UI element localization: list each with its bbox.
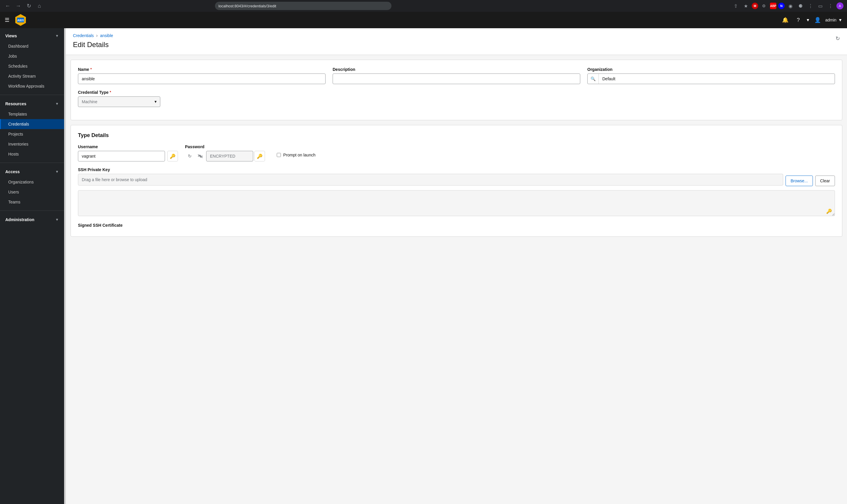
credential-type-select[interactable]: Machine Source Control Vault [78, 96, 160, 107]
username-key-button[interactable]: 🔑 [167, 151, 178, 161]
access-chevron-icon: ▼ [55, 170, 59, 174]
hamburger-button[interactable]: ☰ [5, 17, 10, 23]
signed-cert-label: Signed SSH Certificate [78, 223, 835, 228]
administration-section-header[interactable]: Administration ▼ [0, 214, 64, 225]
ssh-key-textarea[interactable] [78, 190, 835, 216]
sidebar-divider-2 [0, 163, 64, 163]
organization-field: 🔍 Default [587, 73, 835, 84]
sidebar-item-organizations[interactable]: Organizations [0, 177, 64, 187]
extension-icon-2[interactable]: ⚙ [760, 2, 768, 10]
views-chevron-icon: ▼ [55, 34, 59, 38]
bookmark-icon[interactable]: ★ [742, 2, 750, 10]
type-details-row-1: Username 🔑 Password ↻ [78, 144, 835, 161]
username-input[interactable] [78, 151, 165, 161]
username-label: Username [78, 144, 178, 149]
help-button[interactable]: ? [793, 15, 804, 25]
prompt-on-launch-checkbox[interactable] [277, 153, 281, 157]
sidebar-divider-1 [0, 95, 64, 95]
menu-icon[interactable]: ⋮ [806, 2, 815, 10]
address-bar[interactable]: localhost:8043/#/credentials/3/edit [215, 2, 392, 10]
access-section: Access ▼ Organizations Users Teams [0, 164, 64, 209]
sidebar-item-hosts[interactable]: Hosts [0, 149, 64, 159]
forward-button[interactable]: → [14, 2, 22, 10]
prompt-on-launch-label: Prompt on launch [283, 152, 316, 157]
access-section-header[interactable]: Access ▼ [0, 166, 64, 177]
password-visibility-button[interactable] [196, 151, 205, 161]
name-group: Name * [78, 67, 326, 84]
sidebar-item-teams[interactable]: Teams [0, 197, 64, 207]
sidebar: Views ▼ Dashboard Jobs Schedules Activit… [0, 28, 64, 504]
breadcrumb-current-link[interactable]: ansible [100, 33, 113, 38]
sidebar-item-workflow-approvals[interactable]: Workflow Approvals [0, 81, 64, 91]
avatar-icon[interactable]: A [836, 2, 844, 10]
sidebar-toggle-icon[interactable]: ▭ [816, 2, 825, 10]
ssh-key-upload-row: Drag a file here or browse to upload Bro… [78, 174, 835, 188]
share-icon[interactable]: ⇧ [732, 2, 740, 10]
ssh-key-dropzone[interactable]: Drag a file here or browse to upload [78, 174, 783, 185]
breadcrumb-separator: › [96, 33, 98, 38]
credential-type-select-wrapper: Machine Source Control Vault ▼ [78, 96, 160, 107]
signed-cert-group: Signed SSH Certificate [78, 223, 835, 228]
credential-type-label: Credential Type * [78, 90, 160, 95]
organization-search-button[interactable]: 🔍 [588, 74, 599, 84]
sidebar-item-inventories[interactable]: Inventories [0, 139, 64, 149]
notification-button[interactable]: 🔔 [780, 15, 791, 25]
ssh-key-placeholder: Drag a file here or browse to upload [82, 177, 779, 182]
extension-icon-4[interactable]: ◉ [787, 2, 795, 10]
clear-button[interactable]: Clear [815, 176, 835, 186]
browse-button[interactable]: Browse... [786, 176, 813, 186]
user-icon-button[interactable]: 👤 [812, 15, 823, 25]
sidebar-item-activity-stream[interactable]: Activity Stream [0, 71, 64, 81]
reload-button[interactable]: ↻ [25, 2, 33, 10]
administration-section-label: Administration [5, 217, 34, 222]
name-input[interactable] [78, 73, 326, 84]
home-button[interactable]: ⌂ [35, 2, 43, 10]
sidebar-item-dashboard[interactable]: Dashboard [0, 41, 64, 51]
content-area: Credentials › ansible Edit Details ↻ Nam… [66, 28, 847, 504]
resources-section: Resources ▼ Templates Credentials Projec… [0, 96, 64, 161]
browser-menu-icon[interactable]: ⋮ [826, 2, 835, 10]
password-group: Password ↻ 🔑 [185, 144, 265, 161]
description-label: Description [332, 67, 580, 72]
extension-icon-abp[interactable]: ABP [770, 3, 776, 9]
description-input[interactable] [332, 73, 580, 84]
name-label: Name * [78, 67, 326, 72]
name-required-star: * [90, 67, 92, 71]
breadcrumb-credentials-link[interactable]: Credentials [73, 33, 94, 38]
back-button[interactable]: ← [3, 2, 12, 10]
extension-icon-1[interactable]: M [752, 3, 758, 9]
sidebar-item-jobs[interactable]: Jobs [0, 51, 64, 61]
username-label: admin [825, 18, 836, 22]
views-section: Views ▼ Dashboard Jobs Schedules Activit… [0, 28, 64, 93]
address-url: localhost:8043/#/credentials/3/edit [218, 4, 276, 8]
username-input-wrapper: 🔑 [78, 151, 178, 161]
prompt-on-launch-group: Prompt on launch [277, 152, 316, 157]
password-input[interactable] [206, 151, 253, 161]
ssh-key-textarea-wrapper: 🔑 [78, 190, 835, 217]
sidebar-item-projects[interactable]: Projects [0, 129, 64, 139]
views-section-header[interactable]: Views ▼ [0, 31, 64, 41]
password-field-wrapper: ↻ 🔑 [185, 151, 265, 161]
awx-logo: AWX [14, 14, 27, 26]
extension-icon-3[interactable]: N [778, 3, 785, 9]
main-layout: Views ▼ Dashboard Jobs Schedules Activit… [0, 28, 847, 504]
sidebar-divider-3 [0, 211, 64, 211]
user-menu[interactable]: admin ▼ [825, 18, 842, 22]
password-key-button[interactable]: 🔑 [254, 151, 265, 161]
password-reset-button[interactable]: ↻ [185, 151, 194, 161]
eye-slash-icon [198, 154, 203, 158]
app-container: ☰ AWX 🔔 ? ▼ 👤 admin ▼ Views [0, 12, 847, 504]
sidebar-item-users[interactable]: Users [0, 187, 64, 197]
description-group: Description [332, 67, 580, 84]
history-button[interactable]: ↻ [835, 35, 840, 42]
form-row-1: Name * Description Organization 🔍 Def [78, 67, 835, 84]
organization-value: Default [599, 76, 835, 81]
sidebar-item-credentials[interactable]: Credentials [0, 119, 64, 129]
sidebar-item-schedules[interactable]: Schedules [0, 61, 64, 71]
svg-text:AWX: AWX [17, 19, 24, 22]
form-row-2: Credential Type * Machine Source Control… [78, 90, 835, 107]
administration-chevron-icon: ▼ [55, 218, 59, 222]
puzzle-icon[interactable]: ⚈ [796, 2, 805, 10]
resources-section-header[interactable]: Resources ▼ [0, 98, 64, 109]
sidebar-item-templates[interactable]: Templates [0, 109, 64, 119]
